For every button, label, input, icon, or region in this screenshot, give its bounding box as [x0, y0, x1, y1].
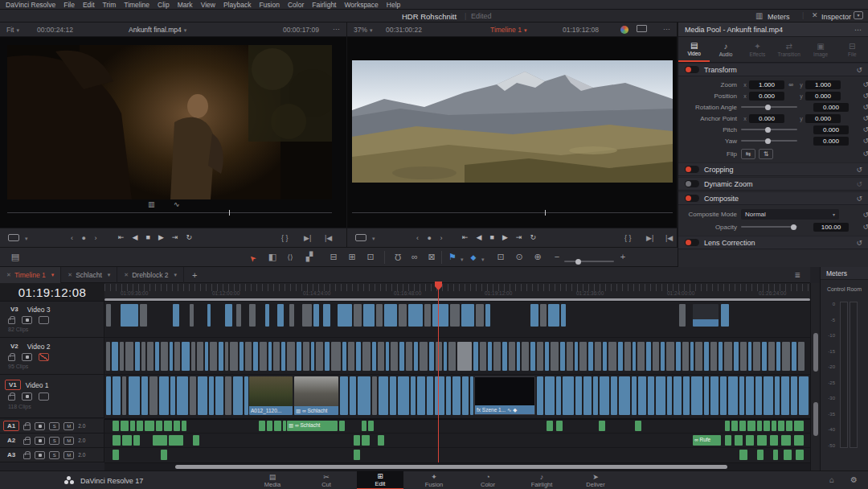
timeline-clip[interactable] [417, 376, 425, 415]
timeline-clip[interactable] [435, 376, 444, 415]
track-name[interactable]: Video 1 [26, 381, 49, 389]
menu-item-fusion[interactable]: Fusion [259, 1, 280, 9]
timeline-clip[interactable] [695, 342, 702, 371]
timeline-clip[interactable] [283, 421, 286, 431]
timeline-clip[interactable] [461, 304, 474, 327]
auto-select-icon[interactable] [35, 451, 45, 459]
source-scrub-bar[interactable] [7, 212, 332, 213]
mute-button[interactable]: M [63, 451, 74, 459]
step-back-button[interactable]: ◀ [477, 233, 482, 241]
track-name[interactable]: Video 3 [27, 306, 51, 314]
timeline-clip[interactable] [547, 421, 553, 431]
reset-icon[interactable]: ↺ [856, 239, 862, 247]
timeline-clip[interactable] [537, 376, 543, 415]
timeline-clip[interactable] [470, 376, 473, 415]
auto-select-icon[interactable] [22, 353, 32, 361]
reset-icon[interactable]: ↺ [862, 150, 868, 158]
timeline-clip[interactable] [545, 342, 549, 371]
timeline-tab-1[interactable]: ✕Timeline 1▾ [0, 267, 61, 283]
timeline-duration[interactable]: 00:31:00:22 [386, 26, 422, 34]
timeline-clip[interactable] [362, 435, 370, 446]
timeline-clip[interactable] [363, 304, 375, 327]
timeline-clip[interactable] [225, 376, 231, 415]
auto-select-icon[interactable] [35, 422, 45, 430]
scrollbar-handle[interactable] [175, 465, 727, 469]
timeline-clip[interactable] [219, 342, 223, 371]
timeline-clip[interactable] [140, 304, 147, 327]
flag-color-caret[interactable]: ▾ [461, 257, 464, 263]
track-visibility-icon[interactable] [39, 392, 49, 401]
timeline-clip[interactable]: ▥ ∞ Schlacht [294, 376, 338, 415]
composite-mode-select[interactable]: Normal▾ [741, 209, 839, 220]
page-deliver[interactable]: ➤Deliver [572, 471, 619, 489]
timeline-clip[interactable] [249, 304, 256, 327]
timeline-clip[interactable] [448, 342, 456, 371]
reset-icon[interactable]: ↺ [856, 195, 862, 203]
step-back-button[interactable]: ◀ [133, 233, 138, 241]
timeline-clip[interactable] [281, 342, 285, 371]
timeline-clip[interactable] [379, 376, 388, 415]
lock-icon[interactable] [8, 318, 15, 324]
timeline-clip[interactable] [740, 342, 747, 371]
timeline-clip[interactable] [676, 342, 681, 371]
timeline-clip[interactable] [277, 304, 284, 327]
timeline-clip[interactable] [170, 376, 175, 415]
solo-button[interactable]: S [49, 437, 59, 445]
color-wheels-icon[interactable] [620, 26, 628, 34]
section-composite[interactable]: Composite ↺ [678, 191, 868, 205]
timeline-clip[interactable] [210, 342, 217, 371]
timeline-clip[interactable] [141, 342, 145, 371]
timeline-clip[interactable] [408, 304, 423, 327]
timeline-clip[interactable] [113, 435, 121, 446]
timeline-clip[interactable] [618, 342, 623, 371]
source-timecode-in[interactable]: 00:00:24:12 [37, 26, 73, 34]
track-badge[interactable]: V3 [6, 304, 23, 314]
timeline-clip[interactable] [113, 376, 121, 415]
timeline-clip[interactable] [739, 376, 744, 415]
menu-item-file[interactable]: File [63, 1, 75, 9]
timeline-clip[interactable] [488, 342, 492, 371]
track-visibility-icon[interactable] [39, 316, 49, 324]
timeline-clip[interactable] [193, 435, 199, 446]
timeline-clip[interactable] [348, 342, 354, 371]
timeline-clip[interactable] [339, 421, 345, 431]
timeline-clip[interactable] [556, 421, 563, 431]
timeline-clip[interactable] [164, 421, 172, 431]
timeline-clip[interactable] [289, 304, 294, 327]
timeline-clip[interactable] [770, 435, 778, 446]
timeline-clip[interactable] [608, 342, 616, 371]
source-video-mode-icon[interactable]: ▥ [148, 201, 155, 208]
composite-toggle[interactable] [685, 195, 699, 202]
timeline-clip[interactable] [155, 342, 159, 371]
timeline-clip[interactable] [205, 342, 208, 371]
timeline-view-options-icon[interactable]: ▤ [8, 252, 23, 262]
timeline-clip[interactable] [485, 304, 490, 327]
timeline-clip[interactable] [667, 376, 672, 415]
timeline-clip[interactable] [436, 342, 442, 371]
timeline-clip[interactable] [161, 342, 168, 371]
timeline-timecode-display[interactable]: 01:19:12:08 [0, 283, 104, 302]
timeline-clip[interactable]: A012_1120... [249, 376, 293, 415]
timeline-playhead[interactable] [438, 283, 439, 462]
timeline-clip[interactable] [502, 342, 507, 371]
timeline-clip[interactable] [325, 342, 330, 371]
reset-icon[interactable]: ↺ [862, 80, 868, 88]
position-y-field[interactable]: 0.000 [805, 92, 841, 101]
timeline-clip[interactable] [734, 342, 739, 371]
timeline-clip[interactable] [190, 304, 194, 327]
menu-item-workspace[interactable]: Workspace [344, 1, 378, 9]
timeline-clip[interactable] [551, 342, 559, 371]
timeline-clip[interactable] [753, 342, 760, 371]
auto-select-icon[interactable] [35, 437, 45, 445]
reset-icon[interactable]: ↺ [856, 66, 862, 74]
menu-item-app[interactable]: DaVinci Resolve [6, 1, 55, 9]
timeline-clip[interactable] [432, 304, 448, 327]
timeline-clip[interactable] [746, 376, 754, 415]
timeline-clip[interactable] [356, 342, 361, 371]
track-header-a1[interactable]: A1 S M 2.0 [0, 419, 104, 434]
timeline-clip[interactable] [798, 342, 805, 371]
project-manager-icon[interactable]: ⌂ [829, 476, 834, 484]
timeline-clip[interactable] [588, 342, 593, 371]
flip-horizontal-button[interactable]: ⇆ [741, 149, 755, 159]
timeline-clip[interactable] [338, 304, 352, 327]
